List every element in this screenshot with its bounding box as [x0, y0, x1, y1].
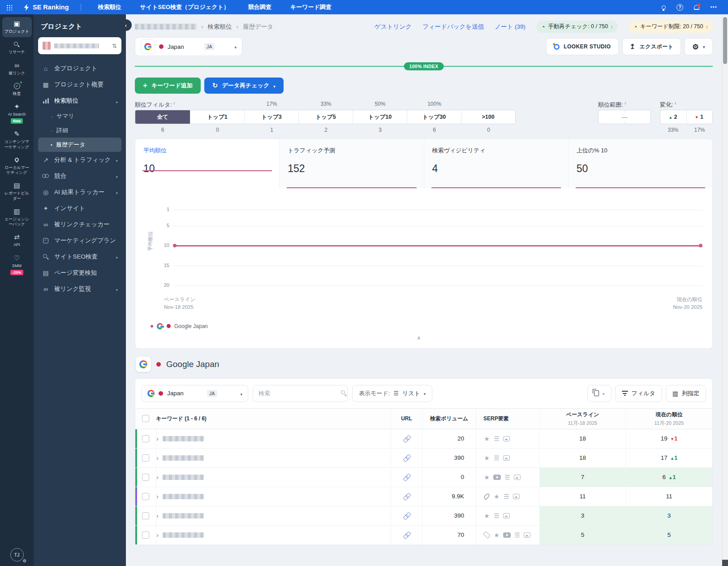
url-link-icon[interactable]	[402, 434, 411, 443]
change-down-filter[interactable]: 1	[686, 110, 713, 124]
rail-item-content-marketing[interactable]: ✎ コンテンツマーケティング	[2, 127, 32, 153]
url-link-icon[interactable]	[402, 511, 411, 520]
sidebar-item-site-audit[interactable]: サイトSEO検査	[38, 249, 121, 265]
sidebar-subitem-historical-data[interactable]: 履歴データ	[38, 138, 121, 152]
view-mode-selector[interactable]: 表示モード: リスト	[352, 385, 432, 402]
engine-selector-table[interactable]: Japan JA	[142, 385, 248, 402]
filter-segment-all[interactable]: 全て	[135, 110, 190, 124]
columns-button[interactable]: 列指定	[666, 385, 706, 402]
filter-segment-top10[interactable]: トップ10	[353, 110, 407, 124]
row-checkbox[interactable]	[142, 493, 149, 500]
row-checkbox[interactable]	[142, 435, 149, 442]
sidebar-item-rankings[interactable]: 検索順位	[38, 93, 121, 109]
expand-row-icon[interactable]	[156, 454, 159, 462]
filter-segment-top5[interactable]: トップ5	[298, 110, 353, 124]
rail-item-research[interactable]: リサーチ	[2, 38, 32, 58]
recheck-data-button[interactable]: データ再チェック	[204, 78, 284, 94]
url-link-icon[interactable]	[402, 453, 411, 462]
notifications-bell-icon[interactable]	[694, 5, 699, 10]
expand-row-icon[interactable]	[156, 435, 159, 442]
sidebar-item-competitors[interactable]: 競合	[38, 168, 121, 184]
feedback-link[interactable]: フィードバックを送信	[422, 23, 484, 31]
row-checkbox[interactable]	[142, 454, 149, 462]
nav-item-keyword-research[interactable]: キーワード調査	[285, 3, 337, 11]
row-checkbox[interactable]	[142, 531, 149, 539]
breadcrumb-rankings[interactable]: 検索順位	[208, 23, 232, 31]
user-avatar[interactable]: TJ ⚙	[10, 548, 24, 562]
copy-view-button[interactable]	[587, 385, 612, 402]
manual-recheck-quota[interactable]: 手動再チェック: 0 / 750 i	[536, 21, 618, 33]
filter-segment-top30[interactable]: トップ30	[407, 110, 461, 124]
table-row[interactable]: 0 ★☰ 7 61	[135, 468, 712, 487]
expand-row-icon[interactable]	[156, 531, 159, 539]
nav-item-rankings[interactable]: 検索順位	[93, 3, 127, 11]
export-button[interactable]: エクスポート	[622, 38, 681, 55]
expand-row-icon[interactable]	[156, 473, 159, 481]
apps-grid-icon[interactable]	[6, 4, 12, 10]
sidebar-item-ai-results-tracker[interactable]: ◎ AI 結果トラッカー	[38, 184, 121, 200]
settings-button[interactable]	[685, 38, 713, 55]
header-volume[interactable]: 検索ボリューム	[422, 409, 476, 429]
filter-segment-over100[interactable]: >100	[461, 110, 515, 124]
collapse-chart-chevron[interactable]: ∧	[135, 329, 702, 346]
brand-logo[interactable]: SE Ranking	[24, 4, 69, 11]
sidebar-item-page-changes[interactable]: ▤ ページ変更検知	[38, 265, 121, 281]
header-baseline[interactable]: ベースライン11月-18 2025	[539, 409, 625, 429]
rail-item-agency-pack[interactable]: ▥ エージェンシーパック	[2, 205, 32, 230]
keyword-limit-quota[interactable]: キーワード制限: 20 / 750 i	[629, 21, 713, 33]
rail-item-api[interactable]: ⇄ API	[2, 230, 32, 251]
sidebar-collapse-button[interactable]: ‹	[120, 19, 132, 31]
sidebar-item-all-projects[interactable]: ⌂ 全プロジェクト	[38, 60, 121, 77]
filter-button[interactable]: フィルタ	[615, 385, 662, 402]
row-checkbox[interactable]	[142, 512, 149, 519]
sidebar-item-backlink-monitor[interactable]: ∞ 被リンク監視	[38, 281, 121, 297]
table-row[interactable]: 390 ★☰ 3 3	[135, 506, 712, 526]
row-checkbox[interactable]	[142, 474, 149, 481]
rank-range-input[interactable]: —	[598, 110, 651, 124]
header-serp[interactable]: SERP要素	[476, 409, 539, 429]
rank-series-line[interactable]	[174, 245, 702, 246]
sidebar-item-marketing-plan[interactable]: マーケティングプラン	[38, 233, 121, 249]
table-row[interactable]: 20 ★☰ 18 191	[135, 429, 712, 449]
url-link-icon[interactable]	[402, 472, 411, 482]
table-row[interactable]: 70 ★☰ 5 5	[135, 526, 712, 545]
sidebar-item-analytics-traffic[interactable]: ↗ 分析 & トラフィック	[38, 152, 121, 168]
header-keyword[interactable]: キーワード (1 - 6 / 6)	[156, 409, 391, 429]
rail-item-audit[interactable]: ✓ 検査	[2, 79, 32, 99]
metric-tab-average-position[interactable]: 平均順位 10	[135, 139, 279, 188]
scrollbar-thumb[interactable]	[723, 17, 727, 64]
expand-row-icon[interactable]	[156, 512, 159, 519]
nav-item-competitors[interactable]: 競合調査	[243, 3, 277, 11]
select-all-checkbox[interactable]	[142, 415, 149, 422]
url-link-icon[interactable]	[402, 492, 411, 501]
sidebar-subitem-summary[interactable]: サマリ	[38, 109, 121, 123]
sidebar-subitem-detailed[interactable]: 詳細	[38, 123, 121, 138]
sidebar-item-project-overview[interactable]: ▦ プロジェクト概要	[38, 77, 121, 93]
help-icon[interactable]: ?	[676, 4, 683, 11]
sidebar-item-backlink-checker[interactable]: ∞ 被リンクチェッカー	[38, 216, 121, 233]
project-selector[interactable]	[38, 37, 121, 54]
expand-row-icon[interactable]	[156, 493, 159, 500]
rail-item-projects[interactable]: ▣ プロジェクト	[2, 17, 32, 37]
metric-tab-search-visibility[interactable]: 検索ヴィジビリティ 4	[424, 139, 568, 188]
table-row[interactable]: 9.9K ★☰ 11 11	[135, 487, 712, 506]
vertical-scrollbar[interactable]	[722, 14, 728, 566]
header-url[interactable]: URL	[391, 409, 422, 429]
add-keywords-button[interactable]: キーワード追加	[135, 78, 201, 94]
nav-item-site-audit[interactable]: サイトSEO検査（プロジェクト）	[135, 3, 235, 11]
rail-item-local-marketing[interactable]: ローカルマーケティング	[2, 153, 32, 179]
more-menu-icon[interactable]: ⋯	[710, 5, 717, 9]
header-current[interactable]: 現在の順位11月-20 2025	[625, 409, 712, 429]
notes-link[interactable]: ノート (39)	[495, 23, 526, 31]
keyword-search-input[interactable]	[258, 390, 337, 397]
guest-link[interactable]: ゲストリンク	[375, 23, 412, 31]
search-engine-selector[interactable]: Japan JA	[135, 37, 242, 56]
looker-studio-button[interactable]: LOOKER STUDIO	[546, 38, 618, 55]
rail-item-report-builder[interactable]: ▤ レポートビルダー	[2, 179, 32, 204]
rail-item-ai-search[interactable]: ✦ AI Search New	[2, 100, 32, 127]
change-up-filter[interactable]: 2	[660, 110, 686, 124]
metric-tab-traffic-forecast[interactable]: トラフィック予測 152	[279, 139, 423, 188]
sidebar-item-insights[interactable]: ✦ インサイト	[38, 200, 121, 216]
rail-item-backlinks[interactable]: ∞ 被リンク	[2, 59, 32, 79]
chart-legend[interactable]: Google Japan	[151, 323, 702, 329]
